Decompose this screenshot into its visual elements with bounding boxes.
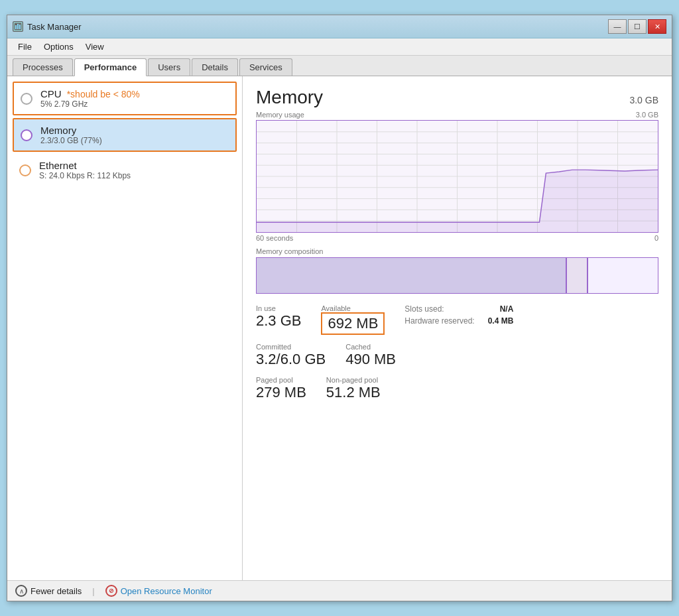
tab-details[interactable]: Details — [192, 58, 238, 76]
memory-title: Memory — [256, 87, 323, 108]
comp-standby — [588, 258, 658, 293]
titlebar: Task Manager — ☐ ✕ — [7, 15, 672, 38]
minimize-button[interactable]: — — [608, 19, 627, 34]
composition-bar — [256, 257, 658, 294]
tab-users[interactable]: Users — [148, 58, 190, 76]
close-button[interactable]: ✕ — [648, 19, 666, 34]
cpu-detail: 5% 2.79 GHz — [40, 99, 229, 109]
monitor-icon: ⊘ — [105, 585, 117, 597]
available-value: 692 MB — [321, 312, 385, 335]
menu-options[interactable]: Options — [38, 40, 79, 53]
cpu-warning: *should be < 80% — [67, 89, 140, 99]
side-stats: Slots used: N/A Hardware reserved: 0.4 M… — [404, 304, 513, 335]
time-left: 60 seconds — [256, 234, 293, 242]
separator: | — [92, 586, 94, 596]
maximize-button[interactable]: ☐ — [628, 19, 647, 34]
ethernet-label: Ethernet — [39, 160, 77, 171]
ethernet-info: Ethernet S: 24.0 Kbps R: 112 Kbps — [39, 160, 230, 180]
composition-label: Memory composition — [256, 247, 658, 255]
memory-chart — [256, 120, 658, 233]
cached-label: Cached — [345, 343, 396, 351]
cpu-label: CPU — [40, 88, 62, 99]
committed-stat: Committed 3.2/6.0 GB — [256, 343, 326, 368]
paged-stat: Paged pool 279 MB — [256, 376, 306, 401]
tab-processes[interactable]: Processes — [13, 58, 73, 76]
slots-value: N/A — [500, 304, 514, 314]
menubar: File Options View — [7, 38, 672, 56]
memory-detail: 2.3/3.0 GB (77%) — [40, 136, 229, 145]
second-stats-row: Committed 3.2/6.0 GB Cached 490 MB — [256, 343, 658, 368]
ethernet-circle-icon — [19, 164, 31, 176]
committed-label: Committed — [256, 343, 326, 351]
chart-svg — [257, 121, 658, 232]
chart-label-right: 3.0 GB — [636, 111, 658, 119]
cpu-info: CPU *should be < 80% 5% 2.79 GHz — [40, 88, 229, 109]
memory-label: Memory — [40, 125, 76, 136]
comp-in-use — [257, 258, 566, 293]
available-label: Available — [321, 304, 385, 312]
committed-value: 3.2/6.0 GB — [256, 351, 326, 368]
right-panel: Memory 3.0 GB Memory usage 3.0 GB — [243, 76, 672, 580]
bottom-bar: ∧ Fewer details | ⊘ Open Resource Monito… — [7, 580, 672, 601]
available-stat: Available 692 MB — [321, 304, 385, 335]
chart-label-row: Memory usage 3.0 GB — [256, 111, 658, 119]
main-content: CPU *should be < 80% 5% 2.79 GHz Memory … — [7, 76, 672, 580]
non-paged-value: 51.2 MB — [326, 384, 381, 401]
hardware-row: Hardware reserved: 0.4 MB — [404, 316, 513, 326]
paged-label: Paged pool — [256, 376, 306, 384]
non-paged-label: Non-paged pool — [326, 376, 381, 384]
tab-performance[interactable]: Performance — [74, 58, 147, 76]
cached-value: 490 MB — [345, 351, 396, 368]
sidebar: CPU *should be < 80% 5% 2.79 GHz Memory … — [7, 76, 243, 580]
third-stats-row: Paged pool 279 MB Non-paged pool 51.2 MB — [256, 376, 658, 401]
open-monitor-label: Open Resource Monitor — [121, 586, 212, 596]
in-use-stat: In use 2.3 GB — [256, 304, 301, 335]
tab-services[interactable]: Services — [239, 58, 292, 76]
menu-view[interactable]: View — [80, 40, 109, 53]
hardware-value: 0.4 MB — [488, 316, 514, 326]
open-monitor-button[interactable]: ⊘ Open Resource Monitor — [105, 585, 212, 597]
memory-total: 3.0 GB — [629, 95, 658, 105]
svg-rect-3 — [19, 25, 21, 29]
window-title: Task Manager — [27, 22, 82, 32]
app-icon — [13, 21, 23, 32]
memory-info: Memory 2.3/3.0 GB (77%) — [40, 125, 229, 145]
stats-section: In use 2.3 GB Available 692 MB Slots use… — [256, 304, 658, 335]
cpu-circle-icon — [21, 93, 32, 105]
slots-label: Slots used: — [404, 304, 444, 314]
sidebar-item-memory[interactable]: Memory 2.3/3.0 GB (77%) — [13, 118, 237, 152]
ethernet-detail: S: 24.0 Kbps R: 112 Kbps — [39, 171, 230, 180]
svg-rect-1 — [15, 25, 17, 29]
chart-time-row: 60 seconds 0 — [256, 234, 658, 242]
paged-value: 279 MB — [256, 384, 306, 401]
task-manager-window: Task Manager — ☐ ✕ File Options View Pro… — [7, 15, 672, 601]
hardware-label: Hardware reserved: — [404, 316, 474, 326]
in-use-label: In use — [256, 304, 301, 312]
svg-rect-2 — [17, 24, 19, 29]
sidebar-item-cpu[interactable]: CPU *should be < 80% 5% 2.79 GHz — [13, 82, 237, 115]
chart-label-left: Memory usage — [256, 111, 304, 119]
fewer-details-label: Fewer details — [31, 586, 82, 596]
comp-modified — [567, 258, 587, 293]
non-paged-stat: Non-paged pool 51.2 MB — [326, 376, 381, 401]
memory-header: Memory 3.0 GB — [256, 87, 658, 108]
in-use-value: 2.3 GB — [256, 312, 301, 330]
main-stats: In use 2.3 GB Available 692 MB — [256, 304, 385, 335]
slots-row: Slots used: N/A — [404, 304, 513, 314]
sidebar-item-ethernet[interactable]: Ethernet S: 24.0 Kbps R: 112 Kbps — [13, 154, 237, 186]
memory-circle-icon — [21, 129, 32, 141]
tab-bar: Processes Performance Users Details Serv… — [7, 56, 672, 76]
menu-file[interactable]: File — [13, 40, 37, 53]
window-controls: — ☐ ✕ — [608, 19, 666, 34]
time-right: 0 — [654, 234, 658, 242]
cached-stat: Cached 490 MB — [345, 343, 396, 368]
fewer-details-icon: ∧ — [15, 585, 27, 597]
fewer-details-button[interactable]: ∧ Fewer details — [15, 585, 82, 597]
titlebar-left: Task Manager — [13, 21, 82, 32]
